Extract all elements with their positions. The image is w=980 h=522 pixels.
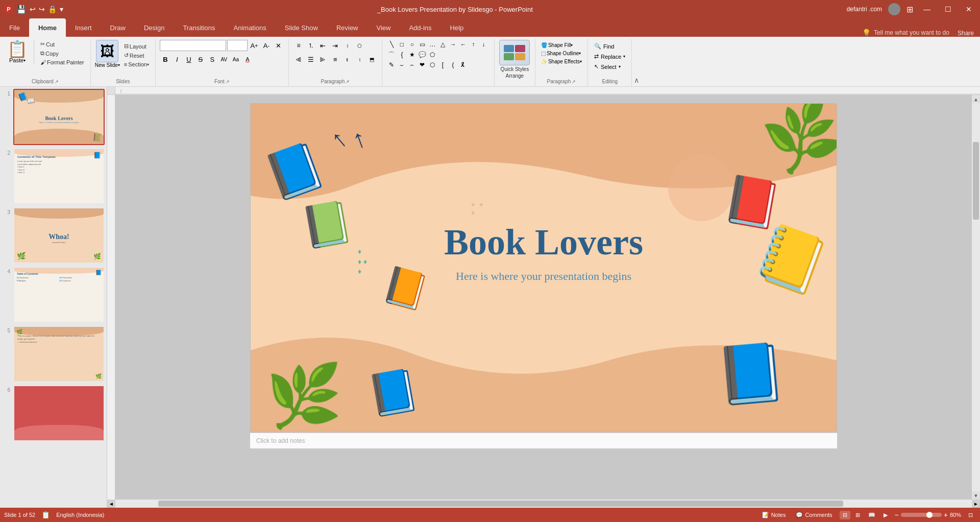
align-left-button[interactable]: ⫷ bbox=[293, 54, 304, 65]
zoom-level[interactable]: 80% bbox=[950, 512, 961, 518]
canvas-area[interactable]: 🌿 ↑ ↑ 📘 📗 Book Lovers Here is where your… bbox=[115, 95, 972, 500]
slide-thumb-6[interactable] bbox=[13, 385, 105, 441]
line-spacing-button[interactable]: ↕ bbox=[354, 54, 365, 65]
increase-indent-button[interactable]: ⇥ bbox=[330, 40, 341, 51]
shape-ribbon-btn[interactable]: 🎗 bbox=[458, 60, 468, 69]
shape-curve-btn[interactable]: ⌒ bbox=[387, 50, 396, 59]
shape-star-btn[interactable]: ★ bbox=[407, 50, 416, 59]
shape-rect2-btn[interactable]: ▭ bbox=[418, 40, 427, 49]
paragraph-dialog-icon[interactable]: ↗ bbox=[346, 79, 350, 84]
maximize-button[interactable]: ☐ bbox=[941, 4, 955, 14]
zoom-slider[interactable] bbox=[901, 513, 942, 517]
shape-outline-button[interactable]: ⬚ Shape Outline ▾ bbox=[540, 50, 582, 57]
tab-home[interactable]: Home bbox=[29, 18, 66, 37]
font-name-input[interactable] bbox=[160, 40, 226, 51]
quick-styles-button[interactable] bbox=[499, 40, 530, 65]
replace-button[interactable]: ⇄ Replace ▾ bbox=[592, 52, 627, 61]
shape-more-btn[interactable]: … bbox=[428, 40, 437, 49]
shape-tri-btn[interactable]: △ bbox=[438, 40, 447, 49]
tab-insert[interactable]: Insert bbox=[66, 18, 101, 37]
tab-animations[interactable]: Animations bbox=[225, 18, 276, 37]
shape-brace-btn[interactable]: { bbox=[397, 50, 406, 59]
char-spacing-button[interactable]: AV bbox=[218, 54, 230, 65]
cut-button[interactable]: ✂ Cut bbox=[38, 40, 86, 49]
shape-callout-btn[interactable]: 💬 bbox=[418, 50, 427, 59]
slideshow-button[interactable]: ▶ bbox=[880, 511, 891, 519]
scroll-track-h[interactable] bbox=[115, 500, 972, 508]
bold-button[interactable]: B bbox=[160, 54, 171, 65]
user-avatar[interactable] bbox=[888, 3, 900, 15]
list-item[interactable]: 6 bbox=[2, 385, 105, 441]
scroll-track-v[interactable] bbox=[972, 103, 980, 491]
view-switch-icon[interactable]: ⊞ bbox=[906, 5, 913, 14]
slide-thumb-1[interactable]: Book Lovers Here is where your presentat… bbox=[13, 89, 105, 145]
scroll-thumb-h[interactable] bbox=[158, 501, 843, 507]
tab-draw[interactable]: Draw bbox=[101, 18, 135, 37]
shape-line-btn[interactable]: ╲ bbox=[387, 40, 396, 49]
reading-view-button[interactable]: 📖 bbox=[865, 511, 878, 519]
shrink-font-button[interactable]: A- bbox=[261, 40, 272, 51]
notes-input[interactable]: Click to add notes bbox=[250, 433, 837, 448]
share-button[interactable]: Share bbox=[958, 30, 980, 37]
arrange-button[interactable]: Arrange bbox=[506, 73, 524, 79]
list-item[interactable]: 2 Contents of This Template Lorem ipsum … bbox=[2, 148, 105, 204]
copy-button[interactable]: ⧉ Copy bbox=[38, 49, 86, 58]
slide-thumb-2[interactable]: Contents of This Template Lorem ipsum do… bbox=[13, 148, 105, 204]
redo-icon[interactable]: ↪ bbox=[39, 5, 45, 13]
horizontal-scrollbar[interactable]: ◄ ► bbox=[107, 500, 980, 508]
layout-button[interactable]: ⊟ Layout bbox=[122, 42, 151, 51]
minimize-button[interactable]: — bbox=[919, 4, 935, 14]
text-align-button[interactable]: ⬒ bbox=[366, 54, 378, 65]
customize-icon[interactable]: ▾ bbox=[60, 5, 63, 13]
font-size-input[interactable] bbox=[227, 40, 248, 51]
find-button[interactable]: 🔍 Find bbox=[592, 42, 616, 51]
scroll-right-arrow[interactable]: ► bbox=[972, 500, 980, 508]
shape-freeform-btn[interactable]: ✎ bbox=[387, 60, 396, 69]
drawing-dialog-icon[interactable]: ↗ bbox=[572, 79, 576, 84]
shape-oval-btn[interactable]: ○ bbox=[407, 40, 416, 49]
scroll-left-arrow[interactable]: ◄ bbox=[107, 500, 115, 508]
shadow-button[interactable]: S bbox=[207, 54, 218, 65]
zoom-out-icon[interactable]: − bbox=[895, 511, 899, 519]
list-item[interactable]: 1 Book Lovers Here is where your present… bbox=[2, 89, 105, 145]
slide-thumb-5[interactable]: "This is a quote. Words full of wisdom t… bbox=[13, 326, 105, 382]
scroll-up-arrow[interactable]: ▲ bbox=[972, 95, 980, 103]
grow-font-button[interactable]: A+ bbox=[249, 40, 260, 51]
reset-button[interactable]: ↺ Reset bbox=[122, 51, 151, 60]
shape-arrow-left-btn[interactable]: ← bbox=[458, 40, 468, 49]
list-item[interactable]: 4 Table of Contents 01 Introduction 02 P… bbox=[2, 267, 105, 323]
shape-arc-btn[interactable]: ⌣ bbox=[397, 60, 406, 69]
convert-smartart-button[interactable]: ⬡ bbox=[354, 40, 365, 51]
normal-view-button[interactable]: ⊟ bbox=[840, 511, 850, 519]
tab-review[interactable]: Review bbox=[327, 18, 368, 37]
shape-effects-button[interactable]: ✨ Shape Effects ▾ bbox=[540, 58, 583, 65]
format-painter-button[interactable]: 🖌 Format Painter bbox=[38, 58, 86, 66]
shape-pentagon-btn[interactable]: ⬠ bbox=[428, 50, 437, 59]
shape-arrow-right-btn[interactable]: → bbox=[448, 40, 457, 49]
justify-button[interactable]: ≡ bbox=[330, 54, 341, 65]
slide-scroll[interactable]: 1 Book Lovers Here is where your present… bbox=[0, 87, 107, 508]
select-button[interactable]: ↖ Select ▾ bbox=[592, 62, 623, 71]
italic-button[interactable]: I bbox=[172, 54, 183, 65]
font-color-button[interactable]: A bbox=[242, 54, 253, 65]
shape-arrow-up-btn[interactable]: ↑ bbox=[469, 40, 478, 49]
comments-toggle-button[interactable]: 💬 Comments bbox=[793, 511, 835, 519]
save-icon[interactable]: 💾 bbox=[16, 5, 27, 14]
underline-button[interactable]: U bbox=[183, 54, 194, 65]
slide-sorter-button[interactable]: ⊞ bbox=[852, 511, 863, 519]
protect-icon[interactable]: 🔒 bbox=[48, 5, 57, 13]
quick-styles-label[interactable]: Quick Styles bbox=[501, 66, 529, 72]
scroll-thumb-v[interactable] bbox=[973, 142, 979, 220]
font-dialog-icon[interactable]: ↗ bbox=[226, 79, 230, 84]
scroll-down-arrow[interactable]: ▼ bbox=[972, 491, 980, 500]
align-right-button[interactable]: ⫸ bbox=[317, 54, 329, 65]
tab-view[interactable]: View bbox=[368, 18, 400, 37]
tab-slideshow[interactable]: Slide Show bbox=[276, 18, 327, 37]
change-case-button[interactable]: Aa bbox=[230, 54, 241, 65]
slide-thumb-4[interactable]: Table of Contents 01 Introduction 02 Pre… bbox=[13, 267, 105, 323]
tab-addins[interactable]: Add-ins bbox=[400, 18, 440, 37]
align-center-button[interactable]: ☰ bbox=[305, 54, 316, 65]
shape-paren-btn[interactable]: ( bbox=[448, 60, 457, 69]
vertical-scrollbar[interactable]: ▲ ▼ bbox=[972, 95, 980, 500]
text-direction-button[interactable]: ↕ bbox=[342, 40, 353, 51]
